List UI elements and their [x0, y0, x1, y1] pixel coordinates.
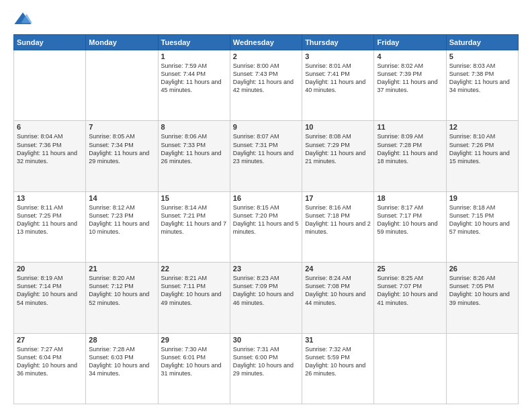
day-number: 24 — [305, 265, 371, 273]
day-cell: 22Sunrise: 8:21 AM Sunset: 7:11 PM Dayli… — [158, 263, 230, 333]
day-number: 3 — [305, 52, 371, 60]
day-number: 27 — [17, 336, 83, 344]
day-number: 17 — [305, 194, 371, 202]
weekday-thursday: Thursday — [302, 35, 374, 50]
day-cell: 16Sunrise: 8:15 AM Sunset: 7:20 PM Dayli… — [230, 191, 302, 262]
day-cell: 17Sunrise: 8:16 AM Sunset: 7:18 PM Dayli… — [302, 191, 374, 262]
day-info: Sunrise: 8:03 AM Sunset: 7:38 PM Dayligh… — [449, 62, 515, 95]
day-cell: 18Sunrise: 8:17 AM Sunset: 7:17 PM Dayli… — [374, 191, 446, 262]
day-number: 28 — [89, 336, 154, 344]
day-info: Sunrise: 8:08 AM Sunset: 7:29 PM Dayligh… — [305, 132, 371, 165]
day-cell — [14, 50, 86, 121]
day-number: 10 — [305, 123, 371, 131]
day-cell: 6Sunrise: 8:04 AM Sunset: 7:36 PM Daylig… — [14, 121, 86, 191]
day-info: Sunrise: 8:10 AM Sunset: 7:26 PM Dayligh… — [449, 132, 515, 165]
day-number: 16 — [233, 194, 299, 202]
day-number: 30 — [233, 336, 299, 344]
day-info: Sunrise: 7:32 AM Sunset: 5:59 PM Dayligh… — [305, 345, 371, 378]
day-cell: 10Sunrise: 8:08 AM Sunset: 7:29 PM Dayli… — [302, 121, 374, 191]
day-number: 31 — [305, 336, 371, 344]
day-info: Sunrise: 8:01 AM Sunset: 7:41 PM Dayligh… — [305, 62, 371, 95]
day-info: Sunrise: 8:07 AM Sunset: 7:31 PM Dayligh… — [233, 132, 299, 165]
day-info: Sunrise: 8:02 AM Sunset: 7:39 PM Dayligh… — [377, 62, 443, 95]
day-cell: 23Sunrise: 8:23 AM Sunset: 7:09 PM Dayli… — [230, 263, 302, 333]
day-cell: 21Sunrise: 8:20 AM Sunset: 7:12 PM Dayli… — [86, 263, 158, 333]
day-info: Sunrise: 8:00 AM Sunset: 7:43 PM Dayligh… — [233, 62, 299, 95]
day-info: Sunrise: 7:31 AM Sunset: 6:00 PM Dayligh… — [233, 345, 299, 378]
day-number: 13 — [17, 194, 83, 202]
day-info: Sunrise: 8:26 AM Sunset: 7:05 PM Dayligh… — [449, 274, 515, 307]
day-number: 18 — [377, 194, 443, 202]
week-row-3: 13Sunrise: 8:11 AM Sunset: 7:25 PM Dayli… — [14, 191, 519, 262]
day-cell: 7Sunrise: 8:05 AM Sunset: 7:34 PM Daylig… — [86, 121, 158, 191]
day-cell: 25Sunrise: 8:25 AM Sunset: 7:07 PM Dayli… — [374, 263, 446, 333]
day-cell: 19Sunrise: 8:18 AM Sunset: 7:15 PM Dayli… — [446, 191, 518, 262]
day-number: 23 — [233, 265, 299, 273]
day-cell: 28Sunrise: 7:28 AM Sunset: 6:03 PM Dayli… — [86, 333, 158, 404]
weekday-monday: Monday — [86, 35, 158, 50]
day-info: Sunrise: 8:11 AM Sunset: 7:25 PM Dayligh… — [17, 203, 83, 236]
day-info: Sunrise: 7:30 AM Sunset: 6:01 PM Dayligh… — [161, 345, 227, 378]
day-number: 1 — [161, 52, 227, 60]
day-number: 29 — [161, 336, 227, 344]
day-cell: 14Sunrise: 8:12 AM Sunset: 7:23 PM Dayli… — [86, 191, 158, 262]
day-number: 9 — [233, 123, 299, 131]
day-info: Sunrise: 8:25 AM Sunset: 7:07 PM Dayligh… — [377, 274, 443, 307]
week-row-1: 1Sunrise: 7:59 AM Sunset: 7:44 PM Daylig… — [14, 50, 519, 121]
day-info: Sunrise: 7:27 AM Sunset: 6:04 PM Dayligh… — [17, 345, 83, 378]
day-cell: 2Sunrise: 8:00 AM Sunset: 7:43 PM Daylig… — [230, 50, 302, 121]
day-info: Sunrise: 8:12 AM Sunset: 7:23 PM Dayligh… — [89, 203, 154, 236]
day-number: 15 — [161, 194, 227, 202]
day-cell: 26Sunrise: 8:26 AM Sunset: 7:05 PM Dayli… — [446, 263, 518, 333]
weekday-sunday: Sunday — [14, 35, 86, 50]
day-cell: 29Sunrise: 7:30 AM Sunset: 6:01 PM Dayli… — [158, 333, 230, 404]
day-info: Sunrise: 8:23 AM Sunset: 7:09 PM Dayligh… — [233, 274, 299, 307]
day-cell: 15Sunrise: 8:14 AM Sunset: 7:21 PM Dayli… — [158, 191, 230, 262]
page: SundayMondayTuesdayWednesdayThursdayFrid… — [0, 0, 532, 411]
day-cell — [374, 333, 446, 404]
day-number: 5 — [449, 52, 515, 60]
day-cell: 9Sunrise: 8:07 AM Sunset: 7:31 PM Daylig… — [230, 121, 302, 191]
header — [13, 10, 519, 29]
weekday-saturday: Saturday — [446, 35, 518, 50]
day-cell — [446, 333, 518, 404]
week-row-5: 27Sunrise: 7:27 AM Sunset: 6:04 PM Dayli… — [14, 333, 519, 404]
day-number: 20 — [17, 265, 83, 273]
day-cell: 30Sunrise: 7:31 AM Sunset: 6:00 PM Dayli… — [230, 333, 302, 404]
day-cell: 12Sunrise: 8:10 AM Sunset: 7:26 PM Dayli… — [446, 121, 518, 191]
day-info: Sunrise: 8:09 AM Sunset: 7:28 PM Dayligh… — [377, 132, 443, 165]
day-cell: 11Sunrise: 8:09 AM Sunset: 7:28 PM Dayli… — [374, 121, 446, 191]
weekday-friday: Friday — [374, 35, 446, 50]
logo-icon — [13, 10, 32, 29]
day-cell: 31Sunrise: 7:32 AM Sunset: 5:59 PM Dayli… — [302, 333, 374, 404]
logo — [13, 10, 35, 29]
day-number: 6 — [17, 123, 83, 131]
day-info: Sunrise: 8:06 AM Sunset: 7:33 PM Dayligh… — [161, 132, 227, 165]
day-info: Sunrise: 8:17 AM Sunset: 7:17 PM Dayligh… — [377, 203, 443, 236]
day-cell: 20Sunrise: 8:19 AM Sunset: 7:14 PM Dayli… — [14, 263, 86, 333]
day-cell: 24Sunrise: 8:24 AM Sunset: 7:08 PM Dayli… — [302, 263, 374, 333]
day-info: Sunrise: 8:15 AM Sunset: 7:20 PM Dayligh… — [233, 203, 299, 236]
day-info: Sunrise: 8:18 AM Sunset: 7:15 PM Dayligh… — [449, 203, 515, 236]
day-number: 12 — [449, 123, 515, 131]
day-info: Sunrise: 8:16 AM Sunset: 7:18 PM Dayligh… — [305, 203, 371, 236]
day-cell: 27Sunrise: 7:27 AM Sunset: 6:04 PM Dayli… — [14, 333, 86, 404]
day-cell: 13Sunrise: 8:11 AM Sunset: 7:25 PM Dayli… — [14, 191, 86, 262]
weekday-wednesday: Wednesday — [230, 35, 302, 50]
week-row-4: 20Sunrise: 8:19 AM Sunset: 7:14 PM Dayli… — [14, 263, 519, 333]
day-cell: 3Sunrise: 8:01 AM Sunset: 7:41 PM Daylig… — [302, 50, 374, 121]
day-cell: 8Sunrise: 8:06 AM Sunset: 7:33 PM Daylig… — [158, 121, 230, 191]
day-number: 21 — [89, 265, 154, 273]
day-number: 25 — [377, 265, 443, 273]
day-info: Sunrise: 8:24 AM Sunset: 7:08 PM Dayligh… — [305, 274, 371, 307]
day-number: 26 — [449, 265, 515, 273]
day-cell — [86, 50, 158, 121]
day-info: Sunrise: 8:04 AM Sunset: 7:36 PM Dayligh… — [17, 132, 83, 165]
weekday-header-row: SundayMondayTuesdayWednesdayThursdayFrid… — [14, 35, 519, 50]
day-info: Sunrise: 8:14 AM Sunset: 7:21 PM Dayligh… — [161, 203, 227, 236]
day-number: 19 — [449, 194, 515, 202]
day-cell: 5Sunrise: 8:03 AM Sunset: 7:38 PM Daylig… — [446, 50, 518, 121]
day-number: 22 — [161, 265, 227, 273]
weekday-tuesday: Tuesday — [158, 35, 230, 50]
day-info: Sunrise: 8:20 AM Sunset: 7:12 PM Dayligh… — [89, 274, 154, 307]
